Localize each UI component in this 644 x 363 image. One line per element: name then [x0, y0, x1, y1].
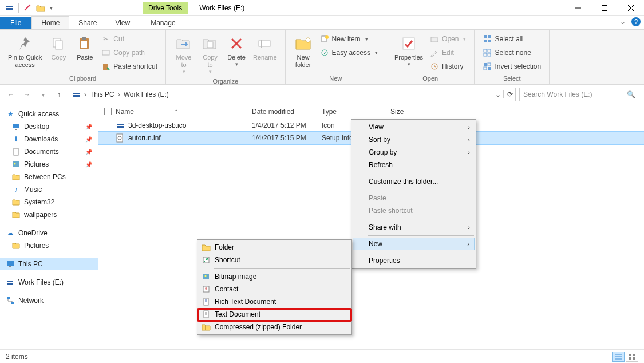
help-icon[interactable]: ?	[631, 17, 641, 26]
move-to-button[interactable]: Move to▾	[171, 32, 197, 77]
app-icon	[5, 3, 14, 13]
tab-share[interactable]: Share	[69, 17, 106, 29]
ctx-customize[interactable]: Customize this folder...	[353, 175, 475, 188]
nav-recent-button[interactable]: ▾	[37, 88, 49, 101]
search-icon[interactable]: 🔍	[627, 90, 635, 98]
ctx-new-zip[interactable]: Compressed (zipped) Folder	[199, 321, 350, 333]
paste-shortcut-button[interactable]: Paste shortcut	[100, 61, 159, 72]
ctx-new-bitmap[interactable]: Bitmap image	[199, 270, 350, 283]
sidebar-between-pcs[interactable]: Between PCs	[0, 171, 98, 183]
ctx-new-text-document[interactable]: Text Document	[199, 308, 350, 321]
ctx-sort-by[interactable]: Sort by›	[353, 133, 475, 146]
svg-point-65	[205, 287, 207, 290]
documents-icon	[11, 147, 21, 156]
tab-home[interactable]: Home	[31, 16, 69, 29]
properties-button[interactable]: Properties▾	[391, 32, 426, 69]
tab-file[interactable]: File	[0, 17, 31, 29]
sidebar-work-files[interactable]: Work Files (E:)	[0, 276, 98, 289]
minimize-ribbon-icon[interactable]: ⌄	[620, 18, 626, 26]
sidebar-quick-access[interactable]: ★Quick access	[0, 108, 98, 120]
rtf-icon	[202, 297, 211, 306]
ctx-new-shortcut[interactable]: Shortcut	[199, 254, 350, 266]
address-field[interactable]: › This PC › Work Files (E:) ⌄ ⟳	[69, 88, 516, 101]
address-dropdown-icon[interactable]: ⌄	[492, 90, 501, 98]
easy-access-button[interactable]: Easy access▾	[319, 47, 379, 58]
ctx-paste[interactable]: Paste	[353, 192, 475, 204]
search-input[interactable]: Search Work Files (E:) 🔍	[519, 88, 639, 101]
thumbnails-view-button[interactable]	[626, 352, 638, 362]
refresh-icon[interactable]: ⟳	[503, 90, 513, 98]
paste-shortcut-icon	[101, 62, 110, 71]
breadcrumb-this-pc[interactable]: This PC	[90, 90, 114, 98]
chevron-right-icon[interactable]: ›	[84, 90, 86, 98]
ctx-share-with[interactable]: Share with›	[353, 221, 475, 234]
select-none-button[interactable]: Select none	[481, 47, 542, 58]
ctx-refresh[interactable]: Refresh	[353, 159, 475, 171]
edit-button[interactable]: Edit	[429, 47, 467, 58]
sidebar-wallpapers[interactable]: wallpapers	[0, 208, 98, 221]
sidebar-documents[interactable]: Documents📌	[0, 145, 98, 158]
tab-manage[interactable]: Manage	[141, 17, 184, 29]
ctx-properties[interactable]: Properties	[353, 254, 475, 267]
breadcrumb-work-files[interactable]: Work Files (E:)	[124, 90, 169, 98]
sidebar-onedrive-pictures[interactable]: Pictures	[0, 239, 98, 252]
maximize-button[interactable]	[591, 0, 618, 16]
delete-button[interactable]: Delete▾	[223, 32, 250, 69]
ribbon-group-new: New folder New item▾ Easy access▾ New	[286, 30, 386, 84]
history-button[interactable]: History	[429, 61, 467, 72]
new-folder-button[interactable]: New folder	[290, 32, 317, 71]
qa-folder-icon[interactable]	[36, 4, 45, 12]
copy-button[interactable]: Copy	[45, 32, 72, 64]
chevron-right-icon[interactable]: ›	[118, 90, 120, 98]
open-button[interactable]: Open▾	[429, 33, 467, 45]
sidebar-onedrive[interactable]: ☁OneDrive	[0, 227, 98, 239]
column-header-size[interactable]: Size	[390, 108, 436, 116]
drive-tools-tab[interactable]: Drive Tools	[143, 2, 188, 14]
ctx-group-by[interactable]: Group by›	[353, 146, 475, 159]
ctx-new-rtf[interactable]: Rich Text Document	[199, 295, 350, 308]
sidebar-downloads[interactable]: ⬇Downloads📌	[0, 133, 98, 145]
select-all-checkbox[interactable]	[104, 108, 116, 115]
pin-to-quick-access-button[interactable]: Pin to Quick access	[5, 32, 45, 71]
svg-rect-34	[484, 67, 487, 70]
column-header-type[interactable]: Type	[322, 108, 390, 116]
copy-to-icon	[201, 34, 219, 53]
svg-rect-22	[403, 38, 414, 49]
ctx-new-folder[interactable]: Folder	[199, 241, 350, 254]
nav-up-button[interactable]: ↑	[53, 88, 65, 101]
ctx-view[interactable]: View›	[353, 121, 475, 133]
sidebar-this-pc[interactable]: This PC	[0, 258, 98, 270]
nav-back-button[interactable]: ←	[5, 88, 17, 101]
svg-rect-16	[259, 41, 270, 46]
close-button[interactable]	[618, 0, 644, 16]
star-icon: ★	[6, 109, 15, 119]
sidebar-system32[interactable]: System32	[0, 196, 98, 208]
select-all-button[interactable]: Select all	[481, 33, 542, 45]
minimize-button[interactable]	[565, 0, 591, 16]
copy-path-button[interactable]: Copy path	[100, 47, 159, 58]
sidebar-desktop[interactable]: Desktop📌	[0, 120, 98, 133]
column-headers: Name⌃ Date modified Type Size	[98, 104, 644, 119]
tab-view[interactable]: View	[106, 17, 139, 29]
ctx-new[interactable]: New›	[353, 238, 475, 250]
sidebar-network[interactable]: Network	[0, 294, 98, 307]
details-view-button[interactable]	[612, 352, 625, 362]
svg-rect-25	[488, 35, 491, 38]
invert-selection-button[interactable]: Invert selection	[481, 61, 542, 72]
copy-to-button[interactable]: Copy to▾	[197, 32, 223, 77]
ctx-paste-shortcut[interactable]: Paste shortcut	[353, 204, 475, 217]
qa-properties-icon[interactable]	[23, 4, 31, 12]
rename-button[interactable]: Rename	[250, 32, 280, 64]
new-folder-icon	[294, 34, 313, 53]
column-header-name[interactable]: Name⌃	[116, 108, 252, 116]
qa-dropdown-icon[interactable]: ▾	[50, 5, 53, 11]
ctx-new-contact[interactable]: Contact	[199, 283, 350, 295]
paste-button[interactable]: Paste	[72, 32, 98, 64]
nav-forward-button[interactable]: →	[21, 88, 33, 101]
cut-button[interactable]: ✂Cut	[100, 33, 159, 45]
sidebar-pictures[interactable]: Pictures📌	[0, 158, 98, 171]
sidebar-music[interactable]: ♪Music	[0, 183, 98, 196]
column-header-date[interactable]: Date modified	[252, 108, 322, 116]
new-item-button[interactable]: New item▾	[319, 33, 379, 45]
ribbon: Pin to Quick access Copy Paste ✂Cut Copy…	[0, 30, 644, 85]
